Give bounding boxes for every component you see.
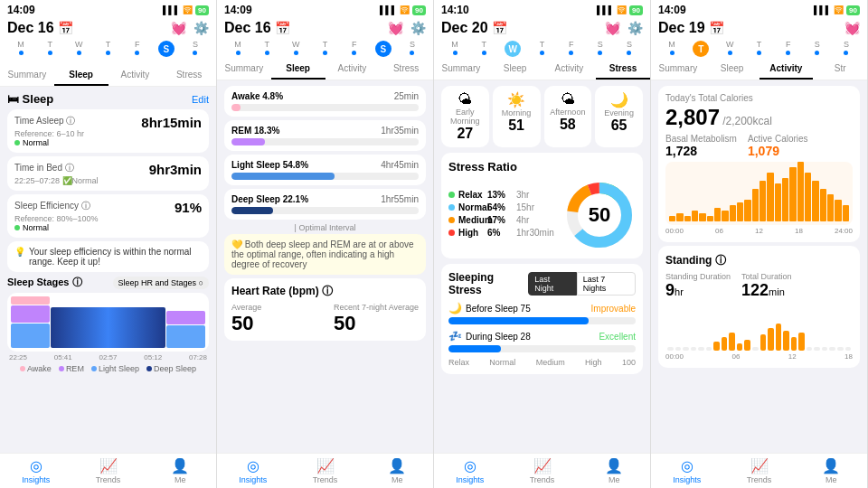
nav-trends-3[interactable]: 📈 Trends (506, 457, 579, 484)
settings-icon-2[interactable]: ⚙️ (410, 21, 426, 35)
tab-summary-3[interactable]: Summary (434, 59, 488, 80)
sleep-tip: 💡 Your sleep efficiency is within the no… (7, 241, 209, 272)
heart-icon-4[interactable]: 💓 (844, 21, 860, 35)
day2-T1[interactable]: T (253, 40, 280, 57)
heart-icon-2[interactable]: 💓 (388, 21, 403, 35)
early-morning-label: Early Morning (445, 108, 486, 126)
nav-trends-4[interactable]: 📈 Trends (723, 457, 796, 484)
day-F[interactable]: F (124, 40, 151, 63)
day4-W[interactable]: W (716, 40, 743, 57)
day-S1[interactable]: S (153, 40, 180, 63)
tab-sleep-2[interactable]: Sleep (271, 59, 326, 80)
activity-axis: 00:00 06 12 18 24:00 (665, 227, 853, 235)
day2-M[interactable]: M (224, 40, 251, 57)
deep-fill (231, 207, 273, 214)
tab-summary-2[interactable]: Summary (217, 59, 271, 80)
bottom-nav-2: ◎ Insights 📈 Trends 👤 Me (217, 453, 433, 488)
chart-bars (11, 296, 205, 348)
standing-bar (829, 347, 835, 351)
ss-tab-last-night[interactable]: Last Night (528, 272, 577, 296)
signal-icon-2: ▌▌▌ (380, 5, 397, 14)
heart-icon-3[interactable]: 💓 (605, 21, 620, 35)
day4-S1[interactable]: S (804, 40, 831, 57)
activity-bar (707, 216, 713, 221)
day3-F[interactable]: F (558, 40, 585, 57)
heart-icon[interactable]: 💓 (171, 21, 186, 35)
signal-icon: ▌▌▌ (163, 5, 180, 14)
panel-activity: 14:09 ▌▌▌ 🛜 90 Dec 19 📅 💓 M T W T F S S … (651, 0, 868, 488)
day-W[interactable]: W (65, 40, 92, 63)
day4-S2[interactable]: S (833, 40, 860, 57)
nav-insights-4[interactable]: ◎ Insights (651, 457, 723, 484)
tab-sleep-3[interactable]: Sleep (488, 59, 542, 80)
day4-F[interactable]: F (775, 40, 802, 57)
day4-M[interactable]: M (658, 40, 685, 57)
sleep-efficiency-label: Sleep Efficiency ⓘ (14, 200, 99, 212)
stand-axis-0: 00:00 (665, 352, 684, 361)
nav-insights-3[interactable]: ◎ Insights (434, 457, 506, 484)
day-S2[interactable]: S (182, 40, 209, 63)
day4-T1[interactable]: T (687, 40, 714, 57)
ss-tab-last-7[interactable]: Last 7 Nights (577, 272, 636, 296)
nav-me-3[interactable]: 👤 Me (578, 457, 650, 484)
tab-activity-2[interactable]: Activity (326, 59, 380, 80)
panel2-tip-icon: 💛 (231, 239, 242, 249)
activity-bar (684, 216, 691, 221)
day3-S1[interactable]: S (587, 40, 614, 57)
tab-stress-1[interactable]: Stress (162, 65, 216, 86)
tab-stress-2[interactable]: Stress (379, 59, 433, 80)
tab-sleep-4[interactable]: Sleep (705, 59, 760, 80)
sleeping-stress-card: Sleeping Stress Last Night Last 7 Nights… (441, 264, 643, 374)
day3-S2[interactable]: S (616, 40, 643, 57)
nav-me-4[interactable]: 👤 Me (795, 457, 867, 484)
day4-T2[interactable]: T (745, 40, 772, 57)
standing-bar (713, 342, 720, 351)
tab-stress-3[interactable]: Stress (596, 59, 650, 80)
active-cal-label: Active Calories (748, 134, 808, 144)
settings-icon[interactable]: ⚙️ (193, 21, 209, 35)
deep-dot (146, 366, 152, 371)
day2-S2[interactable]: S (399, 40, 426, 57)
nav-insights-2[interactable]: ◎ Insights (217, 457, 289, 484)
calendar-icon-4[interactable]: 📅 (709, 21, 724, 35)
deep-label: Deep Sleep 22.1% (231, 194, 308, 204)
tab-sleep-1[interactable]: Sleep (54, 65, 108, 86)
day3-T2[interactable]: T (528, 40, 555, 57)
day3-W[interactable]: W (499, 40, 526, 57)
tab-summary-4[interactable]: Summary (651, 59, 705, 80)
day2-F[interactable]: F (341, 40, 368, 57)
settings-icon-3[interactable]: ⚙️ (627, 21, 643, 35)
standing-bar (706, 347, 712, 351)
tab-stress-4[interactable]: Str (813, 59, 867, 80)
day2-S1[interactable]: S (370, 40, 397, 57)
day-T2[interactable]: T (94, 40, 121, 63)
calendar-icon-1[interactable]: 📅 (58, 21, 73, 35)
day-T1[interactable]: T (36, 40, 63, 63)
nav-trends-1[interactable]: 📈 Trends (72, 457, 145, 484)
calendar-icon-3[interactable]: 📅 (492, 21, 507, 35)
sleep-hr-toggle[interactable]: Sleep HR and Stages ○ (113, 277, 210, 289)
tab-activity-3[interactable]: Activity (542, 59, 597, 80)
nav-insights-1[interactable]: ◎ Insights (0, 457, 72, 484)
day2-W[interactable]: W (282, 40, 309, 57)
standing-bars: (function(){ const bars2 = [0,0,0,0,0,0,… (665, 305, 853, 351)
tab-summary-1[interactable]: Summary (0, 65, 54, 86)
tab-activity-4[interactable]: Activity (760, 59, 814, 80)
nav-me-1[interactable]: 👤 Me (144, 457, 216, 484)
nav-me-2[interactable]: 👤 Me (361, 457, 433, 484)
activity-bar (737, 202, 743, 221)
day-M[interactable]: M (7, 40, 34, 63)
ss-title: Sleeping Stress (448, 271, 528, 296)
standing-bar (791, 337, 797, 351)
nav-trends-2[interactable]: 📈 Trends (289, 457, 362, 484)
header-icons-4: 💓 (844, 21, 860, 35)
calendar-icon-2[interactable]: 📅 (275, 21, 290, 35)
day2-T2[interactable]: T (311, 40, 338, 57)
tab-activity-1[interactable]: Activity (108, 65, 163, 86)
edit-button[interactable]: Edit (192, 94, 209, 105)
day3-M[interactable]: M (441, 40, 468, 57)
date-header-4: Dec 19 📅 💓 (651, 18, 867, 38)
day3-T1[interactable]: T (470, 40, 497, 57)
green-dot-1 (14, 140, 20, 145)
time-asleep-ref: Reference: 6–10 hr (14, 129, 84, 138)
